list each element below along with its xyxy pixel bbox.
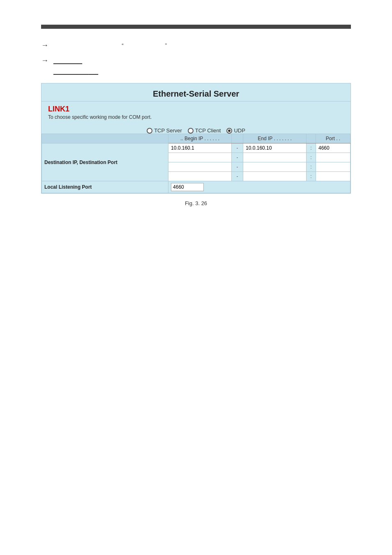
radio-tcp-client[interactable]: TCP Client bbox=[188, 127, 221, 134]
local-port-label-cell: Local Listening Port bbox=[42, 181, 168, 193]
port-input-4[interactable] bbox=[318, 173, 348, 179]
fig-caption: Fig. 3. 26 bbox=[41, 200, 351, 206]
quote-close: ” bbox=[165, 42, 167, 49]
row2-link2[interactable]: ______________ bbox=[53, 68, 98, 75]
begin-ip-input-3[interactable] bbox=[171, 164, 229, 170]
arrow-row-1: → “ ” bbox=[41, 41, 351, 50]
panel-header: Ethernet-Serial Server bbox=[42, 83, 350, 102]
colon-cell-4: : bbox=[307, 172, 316, 181]
dash-cell-3: - bbox=[232, 162, 243, 172]
data-table: .. Begin IP . . . . . . End IP . . . . .… bbox=[42, 134, 350, 193]
port-cell-2[interactable] bbox=[316, 153, 350, 162]
begin-ip-cell-3[interactable] bbox=[168, 162, 232, 172]
arrow-row-2: → _________ ______________ bbox=[41, 56, 351, 75]
row2-link1[interactable]: _________ bbox=[53, 58, 82, 64]
port-cell-3[interactable] bbox=[316, 162, 350, 172]
radio-row: TCP Server TCP Client UDP bbox=[42, 124, 350, 134]
radio-circle-tcp-client bbox=[188, 128, 194, 134]
panel-subheader: LINK1 To choose specific working mode fo… bbox=[42, 102, 350, 120]
end-ip-cell-3[interactable] bbox=[243, 162, 307, 172]
table-row: Destination IP, Destination Port - : bbox=[42, 143, 350, 153]
th-port: Port . . bbox=[316, 134, 350, 143]
page-container: → “ ” → _________ ______________ bbox=[0, 0, 392, 555]
begin-ip-input-1[interactable] bbox=[171, 145, 229, 151]
fig-caption-text: Fig. 3. 26 bbox=[185, 200, 207, 206]
table-header-row: .. Begin IP . . . . . . End IP . . . . .… bbox=[42, 134, 350, 143]
end-ip-cell-2[interactable] bbox=[243, 153, 307, 162]
colon-cell-1: : bbox=[307, 143, 316, 153]
dash-cell-1: - bbox=[232, 143, 243, 153]
radio-tcp-server[interactable]: TCP Server bbox=[147, 127, 182, 134]
dest-ip-label-cell: Destination IP, Destination Port bbox=[42, 143, 168, 181]
end-ip-input-3[interactable] bbox=[246, 164, 304, 170]
begin-ip-cell-1[interactable] bbox=[168, 143, 232, 153]
link1-subtitle: To choose specific working mode for COM … bbox=[48, 114, 344, 120]
dash-cell-2: - bbox=[232, 153, 243, 162]
end-ip-cell-1[interactable] bbox=[243, 143, 307, 153]
radio-udp[interactable]: UDP bbox=[226, 127, 245, 134]
local-port-label: Local Listening Port bbox=[44, 184, 92, 190]
begin-ip-cell-4[interactable] bbox=[168, 172, 232, 181]
th-begin-ip: .. Begin IP . . . . . . bbox=[168, 134, 232, 143]
main-panel: Ethernet-Serial Server LINK1 To choose s… bbox=[41, 83, 351, 194]
port-input-3[interactable] bbox=[318, 164, 348, 170]
link1-title: LINK1 bbox=[48, 105, 344, 113]
local-port-value-cell[interactable] bbox=[168, 181, 350, 193]
port-cell-4[interactable] bbox=[316, 172, 350, 181]
begin-ip-input-2[interactable] bbox=[171, 155, 229, 160]
end-ip-input-2[interactable] bbox=[246, 155, 304, 160]
panel-title: Ethernet-Serial Server bbox=[153, 89, 239, 98]
end-ip-input-4[interactable] bbox=[246, 173, 304, 179]
local-port-input[interactable] bbox=[171, 183, 204, 191]
port-cell-1[interactable] bbox=[316, 143, 350, 153]
dest-ip-label: Destination IP, Destination Port bbox=[44, 160, 118, 165]
local-port-row: Local Listening Port bbox=[42, 181, 350, 193]
th-label bbox=[42, 134, 168, 143]
arrow-icon-2: → bbox=[41, 56, 48, 65]
th-end-ip: End IP . . . . . . . bbox=[243, 134, 307, 143]
radio-circle-udp bbox=[226, 128, 232, 134]
begin-ip-input-4[interactable] bbox=[171, 173, 229, 179]
colon-cell-3: : bbox=[307, 162, 316, 172]
radio-circle-tcp-server bbox=[147, 128, 152, 134]
arrow-row-1-text: “ ” bbox=[53, 42, 167, 49]
radio-label-udp: UDP bbox=[234, 127, 245, 134]
end-ip-input-1[interactable] bbox=[246, 145, 304, 151]
begin-ip-cell-2[interactable] bbox=[168, 153, 232, 162]
port-input-1[interactable] bbox=[318, 145, 348, 151]
end-ip-cell-4[interactable] bbox=[243, 172, 307, 181]
radio-label-tcp-client: TCP Client bbox=[195, 127, 221, 134]
port-input-2[interactable] bbox=[318, 155, 348, 160]
quote-open: “ bbox=[122, 42, 123, 49]
dash-cell-4: - bbox=[232, 172, 243, 181]
th-dash-header bbox=[232, 134, 243, 143]
colon-cell-2: : bbox=[307, 153, 316, 162]
th-colon-header bbox=[307, 134, 316, 143]
arrow-icon-1: → bbox=[41, 41, 48, 50]
radio-label-tcp-server: TCP Server bbox=[154, 127, 182, 134]
top-bar bbox=[41, 25, 351, 29]
